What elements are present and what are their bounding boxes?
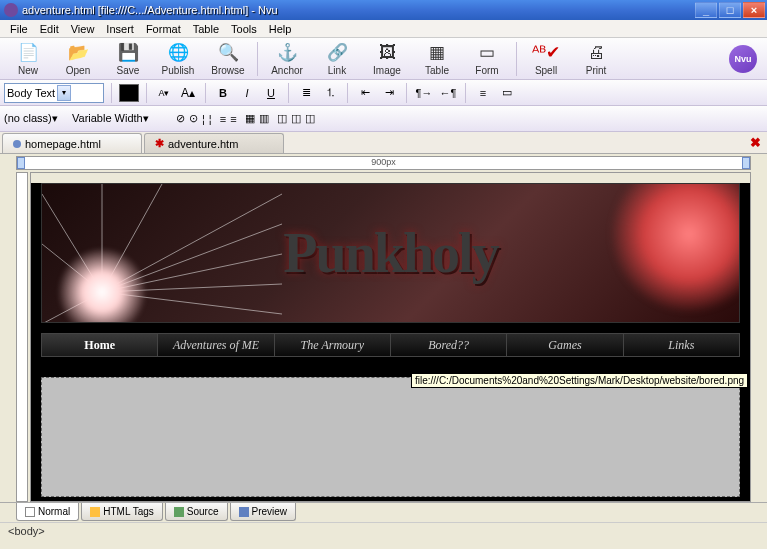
tab-adventure[interactable]: ✱ adventure.htm [144,133,284,153]
horizontal-ruler[interactable]: 900px [16,156,751,170]
publish-button[interactable]: 🌐Publish [154,42,202,76]
border2-button[interactable]: ◫ [291,112,301,125]
preview-view-icon [239,507,249,517]
anchor-button[interactable]: ⚓Anchor [263,42,311,76]
menu-bar: File Edit View Insert Format Table Tools… [0,20,767,38]
title-bar: adventure.html [file:///C.../Adventure.h… [0,0,767,20]
chevron-down-icon: ▾ [52,112,58,124]
close-button[interactable]: × [743,2,765,18]
italic-button[interactable]: I [237,83,257,103]
image-path-tooltip: file:///C:/Documents%20and%20Settings/Ma… [411,373,748,388]
viewtab-source[interactable]: Source [165,503,228,521]
code-button[interactable]: ¦ [209,113,212,125]
menu-view[interactable]: View [65,21,101,37]
menu-insert[interactable]: Insert [100,21,140,37]
site-logo-text: Punkholy [283,221,497,285]
browse-icon: 🔍 [217,42,239,64]
new-icon: 📄 [17,42,39,64]
viewtab-htmltags[interactable]: HTML Tags [81,503,163,521]
viewtab-normal[interactable]: Normal [16,503,79,521]
nav-links[interactable]: Links [624,334,739,356]
align-align-button[interactable]: ≡ [473,83,493,103]
nav-home[interactable]: Home [42,334,158,356]
border-button[interactable]: ◫ [277,112,287,125]
text-color-swatch[interactable] [119,84,139,102]
link-icon: 🔗 [326,42,348,64]
viewtab-preview[interactable]: Preview [230,503,297,521]
abbr-button[interactable]: ¦ [202,113,205,125]
content-placeholder[interactable] [41,377,740,497]
number-list-button[interactable]: ⒈ [320,83,340,103]
new-button[interactable]: 📄New [4,42,52,76]
close-tabs-button[interactable]: ✖ [750,135,761,150]
window-buttons: _ □ × [695,2,765,18]
menu-format[interactable]: Format [140,21,187,37]
form-button[interactable]: ▭Form [463,42,511,76]
menu-table[interactable]: Table [187,21,225,37]
canvas-scroll[interactable]: Punkholy Home Adventures of ME The Armou… [30,172,751,502]
layers-button[interactable]: ▭ [497,83,517,103]
dir-ltr-button[interactable]: ¶→ [414,83,434,103]
open-button[interactable]: 📂Open [54,42,102,76]
save-icon: 💾 [117,42,139,64]
menu-edit[interactable]: Edit [34,21,65,37]
table-button[interactable]: ▦Table [413,42,461,76]
starburst-icon [102,292,104,294]
paragraph-format-combo[interactable]: Body Text▾ [4,83,104,103]
em-button[interactable]: ⊘ [176,112,185,125]
indent-button[interactable]: ⇥ [379,83,399,103]
anchor-icon: ⚓ [276,42,298,64]
class-combo[interactable]: (no class)▾ [4,112,68,125]
font-smaller-button[interactable]: A▾ [154,83,174,103]
minimize-button[interactable]: _ [695,2,717,18]
ruler-label: 900px [371,157,396,167]
document-tab-strip: homepage.html ✱ adventure.htm ✖ [0,132,767,154]
tab-label: adventure.htm [168,138,238,150]
underline-button[interactable]: U [261,83,281,103]
tab-homepage[interactable]: homepage.html [2,133,142,153]
menu-tools[interactable]: Tools [225,21,263,37]
maximize-button[interactable]: □ [719,2,741,18]
page-document[interactable]: Punkholy Home Adventures of ME The Armou… [31,183,750,502]
tab-dot-icon [13,140,21,148]
dir-rtl-button[interactable]: ←¶ [438,83,458,103]
source-view-icon [174,507,184,517]
menu-help[interactable]: Help [263,21,298,37]
nav-adventures[interactable]: Adventures of ME [158,334,274,356]
status-bar: <body> [0,522,767,540]
vertical-ruler[interactable] [16,172,28,502]
app-logo: Nvu [729,45,757,73]
view-mode-tabs: Normal HTML Tags Source Preview [0,502,767,522]
table-insert-button[interactable]: ▦ [245,112,255,125]
browse-button[interactable]: 🔍Browse [204,42,252,76]
font-larger-button[interactable]: A▴ [178,83,198,103]
bullet-list-button[interactable]: ≣ [296,83,316,103]
align-left-button[interactable]: ≡ [220,113,226,125]
nav-armoury[interactable]: The Armoury [275,334,391,356]
border3-button[interactable]: ◫ [305,112,315,125]
outdent-button[interactable]: ⇤ [355,83,375,103]
ruler-right-marker[interactable] [742,157,750,169]
print-button[interactable]: 🖨Print [572,42,620,76]
ruler-left-marker[interactable] [17,157,25,169]
separator [516,42,517,76]
nav-bored[interactable]: Bored?? [391,334,507,356]
tags-view-icon [90,507,100,517]
bold-button[interactable]: B [213,83,233,103]
print-icon: 🖨 [585,42,607,64]
table-merge-button[interactable]: ▥ [259,112,269,125]
site-nav: Home Adventures of ME The Armoury Bored?… [41,333,740,357]
image-button[interactable]: 🖼Image [363,42,411,76]
chevron-down-icon: ▾ [57,85,71,101]
align-center-button[interactable]: ≡ [230,113,236,125]
status-path[interactable]: <body> [8,525,45,537]
editor-area: Punkholy Home Adventures of ME The Armou… [0,172,767,502]
save-button[interactable]: 💾Save [104,42,152,76]
menu-file[interactable]: File [4,21,34,37]
font-family-combo[interactable]: Variable Width▾ [72,112,168,125]
nav-games[interactable]: Games [507,334,623,356]
table-icon: ▦ [426,42,448,64]
strong-button[interactable]: ⊙ [189,112,198,125]
link-button[interactable]: 🔗Link [313,42,361,76]
spell-button[interactable]: ᴬᴮ✔Spell [522,42,570,76]
